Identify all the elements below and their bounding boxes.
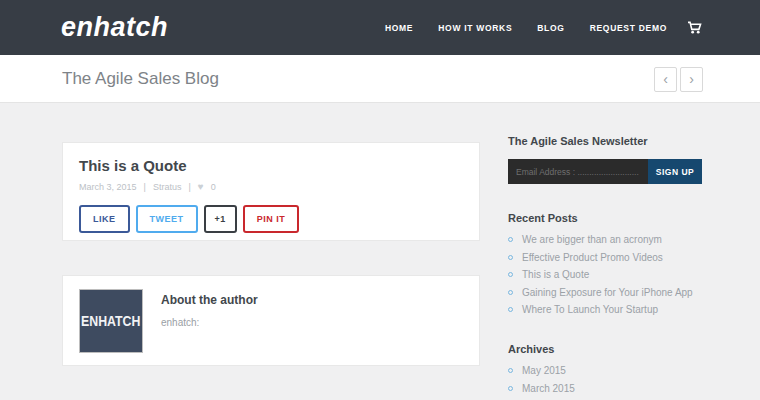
nav-item-home[interactable]: HOME xyxy=(385,23,413,33)
share-buttons: LIKE TWEET +1 PIN IT xyxy=(79,205,463,233)
recent-post-label: Effective Product Promo Videos xyxy=(522,252,663,263)
recent-post-link[interactable]: We are bigger than an acronym xyxy=(508,234,702,245)
archives-list: May 2015 March 2015 February 2015 xyxy=(508,365,702,400)
plus-one-button[interactable]: +1 xyxy=(204,205,237,233)
enhatch-logo[interactable]: enhatch xyxy=(61,12,168,43)
newsletter-form: SIGN UP xyxy=(508,159,702,184)
author-avatar: ENHATCH xyxy=(79,289,143,353)
author-name: enhatch: xyxy=(161,317,258,328)
sign-up-button[interactable]: SIGN UP xyxy=(648,159,702,184)
pagination: ‹ › xyxy=(654,67,703,92)
post-title[interactable]: This is a Quote xyxy=(79,157,463,174)
tweet-button[interactable]: TWEET xyxy=(136,205,198,233)
page-title: The Agile Sales Blog xyxy=(62,69,219,89)
nav-item-how-it-works[interactable]: HOW IT WORKS xyxy=(438,23,512,33)
recent-post-label: We are bigger than an acronym xyxy=(522,234,662,245)
email-input[interactable] xyxy=(508,159,648,184)
archives-section: Archives May 2015 March 2015 February 20… xyxy=(508,343,702,400)
nav-item-request-demo[interactable]: REQUEST DEMO xyxy=(590,23,667,33)
page-title-bar: The Agile Sales Blog ‹ › xyxy=(0,55,760,103)
newsletter-heading: The Agile Sales Newsletter xyxy=(508,135,702,147)
top-header: enhatch HOME HOW IT WORKS BLOG REQUEST D… xyxy=(0,0,760,55)
recent-post-link[interactable]: Where To Launch Your Startup xyxy=(508,304,702,315)
recent-posts-heading: Recent Posts xyxy=(508,212,702,224)
meta-separator: | xyxy=(144,182,146,192)
circle-bullet-icon xyxy=(508,255,513,260)
likes-count: 0 xyxy=(211,182,216,192)
post-date: March 3, 2015 xyxy=(79,182,137,192)
recent-post-label: This is a Quote xyxy=(522,269,589,280)
recent-post-link[interactable]: Gaining Exposure for Your iPhone App xyxy=(508,287,702,298)
circle-bullet-icon xyxy=(508,290,513,295)
avatar-text: ENHATCH xyxy=(81,313,140,329)
circle-bullet-icon xyxy=(508,368,513,373)
recent-post-link[interactable]: Effective Product Promo Videos xyxy=(508,252,702,263)
recent-post-link[interactable]: This is a Quote xyxy=(508,269,702,280)
sidebar: The Agile Sales Newsletter SIGN UP Recen… xyxy=(508,135,702,400)
recent-posts-list: We are bigger than an acronym Effective … xyxy=(508,234,702,315)
post-category[interactable]: Stratus xyxy=(153,182,182,192)
archives-heading: Archives xyxy=(508,343,702,355)
recent-post-label: Where To Launch Your Startup xyxy=(522,304,658,315)
archive-label: March 2015 xyxy=(522,383,575,394)
archive-link[interactable]: March 2015 xyxy=(508,383,702,394)
page: enhatch HOME HOW IT WORKS BLOG REQUEST D… xyxy=(0,0,760,400)
circle-bullet-icon xyxy=(508,307,513,312)
archive-label: May 2015 xyxy=(522,365,566,376)
meta-separator: | xyxy=(188,182,190,192)
recent-post-label: Gaining Exposure for Your iPhone App xyxy=(522,287,693,298)
post-card: This is a Quote March 3, 2015 | Stratus … xyxy=(62,142,480,241)
post-meta: March 3, 2015 | Stratus | ♥ 0 xyxy=(79,181,463,192)
circle-bullet-icon xyxy=(508,272,513,277)
heart-icon: ♥ xyxy=(198,181,204,192)
chevron-left-icon[interactable]: ‹ xyxy=(654,67,677,92)
archive-link[interactable]: May 2015 xyxy=(508,365,702,376)
chevron-right-icon[interactable]: › xyxy=(680,67,703,92)
circle-bullet-icon xyxy=(508,386,513,391)
pin-it-button[interactable]: PIN IT xyxy=(243,205,300,233)
shopping-cart-icon[interactable] xyxy=(687,21,702,34)
recent-posts-section: Recent Posts We are bigger than an acron… xyxy=(508,212,702,315)
author-info: About the author enhatch: xyxy=(161,289,258,352)
main-nav: HOME HOW IT WORKS BLOG REQUEST DEMO xyxy=(385,0,702,55)
circle-bullet-icon xyxy=(508,237,513,242)
like-button[interactable]: LIKE xyxy=(79,205,130,233)
author-heading: About the author xyxy=(161,293,258,307)
nav-item-blog[interactable]: BLOG xyxy=(537,23,564,33)
author-card: ENHATCH About the author enhatch: xyxy=(62,275,480,366)
